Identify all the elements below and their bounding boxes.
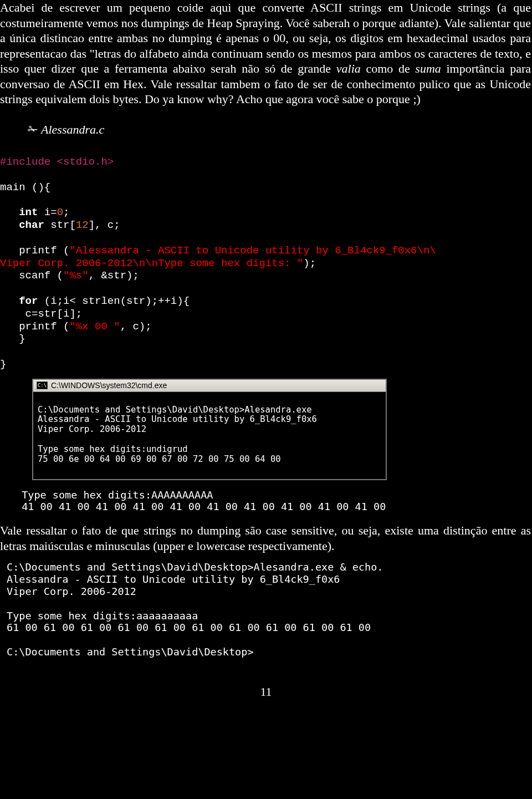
code-assign: c=str[i]; <box>0 308 82 320</box>
code-int-var: i= <box>38 206 57 218</box>
cmd-output: C:\Documents and Settings\David\Desktop>… <box>33 392 386 479</box>
code-printf2-a: printf ( <box>0 320 69 333</box>
paragraph-1: Acabei de escrever um pequeno coide aqui… <box>0 0 532 107</box>
cmd-window: C:\ C:\WINDOWS\system32\cmd.exe C:\Docum… <box>32 379 387 480</box>
p1-mid: como de <box>361 62 416 75</box>
code-main-open: main (){ <box>0 181 50 194</box>
scissors-icon: ✁ <box>28 123 38 136</box>
source-file-label: ✁Alessandra.c <box>0 113 532 140</box>
code-printf2-str: "%x 00 " <box>69 320 120 333</box>
terminal-sample-uppercase: Type some hex digits:AAAAAAAAAA 41 00 41… <box>0 487 532 513</box>
code-scanf-a: scanf ( <box>0 269 63 282</box>
code-printf2-rest: , c); <box>120 320 152 333</box>
code-char-num: 12 <box>76 219 89 231</box>
code-int-semi: ; <box>63 206 69 218</box>
terminal-sample-lowercase: C:\Documents and Settings\David\Desktop>… <box>0 559 532 658</box>
code-printf1-str1: "Alessandra - ASCII to Unicode utility b… <box>69 245 436 257</box>
source-file-name: Alessandra.c <box>41 123 104 136</box>
code-scanf-rest: , &str); <box>89 269 139 282</box>
code-printf1-close: ); <box>303 257 316 269</box>
code-char-kw: char <box>0 219 44 231</box>
cmd-title: C:\WINDOWS\system32\cmd.exe <box>51 381 167 390</box>
code-for-cond: (i;i< strlen(str);++i){ <box>38 295 190 307</box>
code-include-hdr: <stdio.h> <box>57 156 114 168</box>
page-number: 11 <box>0 658 532 699</box>
code-for-kw: for <box>0 295 38 307</box>
code-char-var: str[ <box>44 219 76 231</box>
code-char-rest: ], c; <box>89 219 120 231</box>
code-scanf-str: "%s" <box>63 269 89 282</box>
code-printf1-a: printf ( <box>0 245 69 257</box>
code-brace-close2: } <box>0 358 6 370</box>
code-brace-close1: } <box>0 333 25 345</box>
cmd-icon: C:\ <box>37 381 48 389</box>
code-int-kw: int <box>0 206 38 218</box>
source-code-block: #include <stdio.h> main (){ int i=0; cha… <box>0 140 532 371</box>
cmd-titlebar: C:\ C:\WINDOWS\system32\cmd.exe <box>33 380 386 392</box>
code-int-num: 0 <box>57 206 63 218</box>
p1-ital1: valia <box>336 62 361 75</box>
p1-ital2: suma <box>415 62 441 75</box>
paragraph-2: Vale ressaltar o fato de que strings no … <box>0 523 532 553</box>
code-printf1-str2: Viper Corp. 2006-2012\n\nType some hex d… <box>0 257 303 269</box>
code-include-kw: #include <box>0 156 57 168</box>
